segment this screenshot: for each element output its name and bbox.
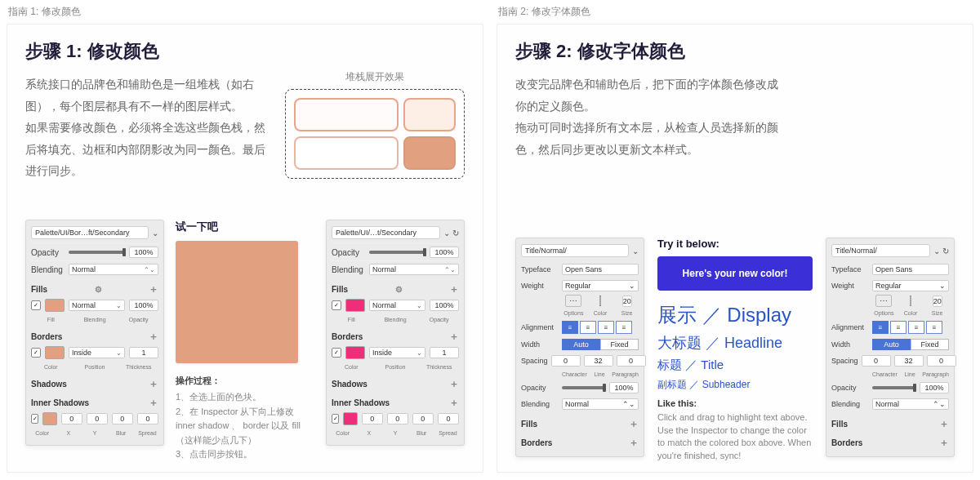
align-right-button[interactable]: ≡ [908, 321, 924, 334]
border-position-select[interactable]: Inside⌄ [369, 347, 425, 358]
fill-enable-checkbox[interactable] [332, 300, 341, 310]
sync-icon[interactable]: ↻ [452, 229, 459, 238]
fill-color-chip[interactable] [345, 299, 365, 312]
add-border-button[interactable]: ＋ [149, 330, 158, 344]
opacity-value[interactable]: 100% [129, 247, 158, 258]
text-inspector-left[interactable]: Title/Normal/ ⌄ Typeface Open Sans Weigh… [515, 238, 644, 457]
align-left-button[interactable]: ≡ [562, 321, 578, 334]
ishadow-enable-checkbox[interactable] [332, 414, 339, 424]
add-fill-button[interactable]: ＋ [149, 282, 158, 296]
demo-swatch[interactable] [176, 241, 298, 363]
ishadow-blur[interactable]: 0 [112, 413, 133, 424]
text-color-chip[interactable] [910, 296, 911, 306]
border-position-select[interactable]: Inside⌄ [69, 347, 125, 358]
text-color-chip[interactable] [599, 296, 601, 306]
opacity-value[interactable]: 100% [430, 247, 459, 258]
blending-select[interactable]: Normal⌃⌄ [872, 398, 949, 410]
border-thickness-value[interactable]: 1 [129, 347, 158, 358]
opacity-value[interactable]: 100% [920, 382, 949, 393]
fill-mode-select[interactable]: Normal⌄ [69, 300, 125, 311]
style-path[interactable]: Title/Normal/ [521, 244, 629, 257]
width-fixed-button[interactable]: Fixed [911, 339, 949, 350]
fill-mode-select[interactable]: Normal⌄ [369, 300, 425, 311]
ishadow-x[interactable]: 0 [61, 413, 82, 424]
font-size-input[interactable]: 20 [933, 296, 942, 307]
border-enable-checkbox[interactable] [31, 348, 41, 358]
chevron-down-icon[interactable]: ⌄ [632, 247, 639, 256]
add-shadow-button[interactable]: ＋ [149, 377, 158, 391]
typeface-select[interactable]: Open Sans [872, 264, 949, 275]
opacity-slider[interactable] [562, 386, 606, 389]
text-inspector-right[interactable]: Title/Normal/ ⌄ ↻ Typeface Open Sans Wei… [826, 238, 955, 457]
add-shadow-button[interactable]: ＋ [449, 377, 459, 391]
add-inner-shadow-button[interactable]: ＋ [149, 396, 158, 410]
para-spacing-input[interactable]: 0 [617, 355, 646, 367]
style-path[interactable]: Title/Normal/ [831, 244, 930, 257]
add-border-button[interactable]: ＋ [449, 330, 459, 344]
gear-icon[interactable]: ⚙ [95, 285, 102, 294]
typo-subheader[interactable]: 副标题 ／ Subheader [657, 378, 813, 392]
style-path[interactable]: Palette/UI/…t/Secondary [332, 226, 440, 239]
line-spacing-input[interactable]: 32 [584, 355, 613, 367]
typo-headline[interactable]: 大标题 ／ Headline [657, 333, 813, 353]
gear-icon[interactable]: ⚙ [395, 285, 403, 294]
fill-enable-checkbox[interactable] [31, 300, 41, 310]
add-fill-button[interactable]: ＋ [629, 417, 639, 431]
chevron-down-icon[interactable]: ⌄ [443, 229, 450, 238]
ishadow-spread[interactable]: 0 [438, 413, 459, 424]
add-fill-button[interactable]: ＋ [449, 282, 459, 296]
add-border-button[interactable]: ＋ [939, 436, 949, 450]
typo-title[interactable]: 标题 ／ Title [657, 358, 813, 373]
ishadow-x[interactable]: 0 [362, 413, 383, 424]
width-auto-button[interactable]: Auto [562, 339, 600, 350]
blending-select[interactable]: Normal⌃⌄ [69, 264, 158, 275]
fill-opacity-value[interactable]: 100% [129, 300, 158, 311]
chevron-down-icon[interactable]: ⌄ [933, 247, 940, 256]
char-spacing-input[interactable]: 0 [551, 355, 581, 367]
new-color-box[interactable]: Here's your new color! [657, 256, 813, 291]
add-fill-button[interactable]: ＋ [939, 417, 949, 431]
inspector-panel-right[interactable]: Palette/UI/…t/Secondary ⌄ ↻ Opacity 100%… [326, 220, 465, 446]
align-right-button[interactable]: ≡ [598, 321, 614, 334]
blending-select[interactable]: Normal⌃⌄ [562, 398, 639, 410]
ishadow-y[interactable]: 0 [387, 413, 408, 424]
opacity-slider[interactable] [872, 386, 916, 389]
fill-opacity-value[interactable]: 100% [430, 300, 459, 311]
border-enable-checkbox[interactable] [332, 348, 341, 358]
ishadow-blur[interactable]: 0 [412, 413, 434, 424]
align-justify-button[interactable]: ≡ [616, 321, 632, 334]
ishadow-spread[interactable]: 0 [137, 413, 158, 424]
align-left-button[interactable]: ≡ [872, 321, 889, 334]
fill-color-chip[interactable] [45, 299, 65, 312]
para-spacing-input[interactable]: 0 [927, 355, 956, 367]
ishadow-enable-checkbox[interactable] [31, 414, 38, 424]
options-icon[interactable]: ⋯ [875, 295, 892, 307]
align-center-button[interactable]: ≡ [580, 321, 596, 334]
font-size-input[interactable]: 20 [622, 296, 632, 307]
inspector-panel-left[interactable]: Palette/UI/Bor…ft/Secondary ⌄ Opacity 10… [25, 220, 164, 446]
chevron-down-icon[interactable]: ⌄ [152, 229, 158, 238]
border-color-chip[interactable] [345, 346, 365, 359]
options-icon[interactable]: ⋯ [565, 295, 581, 307]
char-spacing-input[interactable]: 0 [862, 355, 891, 367]
blending-select[interactable]: Normal⌃⌄ [369, 264, 459, 275]
ishadow-y[interactable]: 0 [87, 413, 108, 424]
align-justify-button[interactable]: ≡ [926, 321, 942, 334]
typeface-select[interactable]: Open Sans [562, 264, 639, 275]
ishadow-color-chip[interactable] [42, 412, 57, 425]
align-center-button[interactable]: ≡ [890, 321, 906, 334]
add-border-button[interactable]: ＋ [629, 436, 639, 450]
line-spacing-input[interactable]: 32 [894, 355, 924, 367]
sync-icon[interactable]: ↻ [942, 247, 949, 256]
weight-select[interactable]: Regular⌄ [872, 280, 949, 291]
weight-select[interactable]: Regular⌄ [562, 280, 639, 291]
opacity-slider[interactable] [69, 251, 126, 254]
opacity-value[interactable]: 100% [609, 382, 639, 393]
opacity-slider[interactable] [369, 251, 426, 254]
border-thickness-value[interactable]: 1 [430, 347, 459, 358]
style-path[interactable]: Palette/UI/Bor…ft/Secondary [31, 226, 149, 239]
width-auto-button[interactable]: Auto [872, 339, 911, 350]
ishadow-color-chip[interactable] [343, 412, 358, 425]
border-color-chip[interactable] [45, 346, 65, 359]
typo-display[interactable]: 展示 ／ Display [657, 302, 813, 328]
